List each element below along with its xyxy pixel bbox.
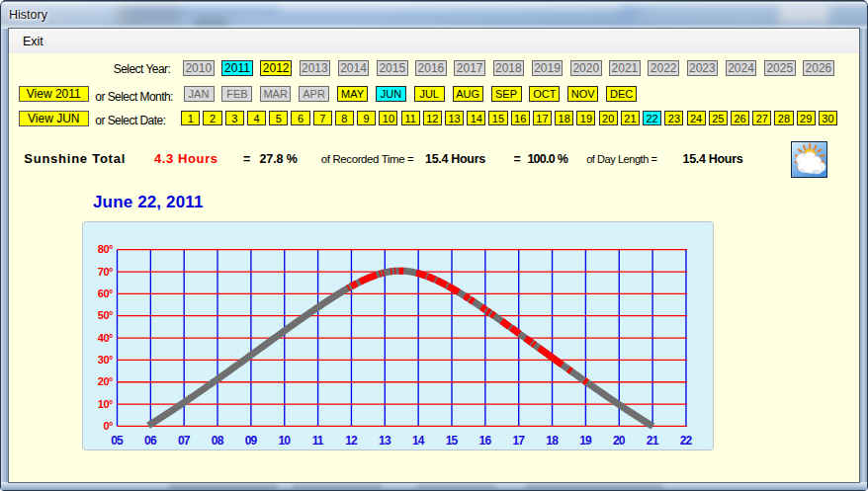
svg-text:40°: 40°	[98, 332, 113, 344]
svg-text:12: 12	[345, 434, 358, 448]
svg-text:10°: 10°	[98, 398, 113, 410]
svg-text:11: 11	[312, 434, 324, 448]
svg-text:0°: 0°	[103, 420, 113, 432]
svg-text:14: 14	[412, 434, 425, 448]
svg-text:80°: 80°	[98, 243, 113, 255]
svg-text:20: 20	[613, 434, 626, 448]
svg-text:08: 08	[212, 434, 224, 448]
svg-text:22: 22	[680, 434, 693, 448]
svg-text:09: 09	[245, 434, 258, 448]
svg-text:15: 15	[446, 434, 459, 448]
svg-text:19: 19	[579, 434, 592, 448]
svg-text:21: 21	[647, 434, 659, 448]
svg-text:60°: 60°	[98, 287, 113, 299]
svg-text:10: 10	[278, 434, 291, 448]
svg-text:30°: 30°	[98, 354, 113, 366]
svg-text:06: 06	[144, 434, 157, 448]
svg-text:07: 07	[178, 434, 191, 448]
svg-text:50°: 50°	[98, 309, 113, 321]
svg-text:16: 16	[479, 434, 492, 448]
svg-text:20°: 20°	[98, 375, 113, 387]
svg-text:13: 13	[379, 434, 391, 448]
svg-text:70°: 70°	[98, 266, 113, 278]
svg-text:17: 17	[512, 434, 525, 448]
svg-text:05: 05	[111, 434, 124, 448]
svg-text:18: 18	[546, 434, 559, 448]
